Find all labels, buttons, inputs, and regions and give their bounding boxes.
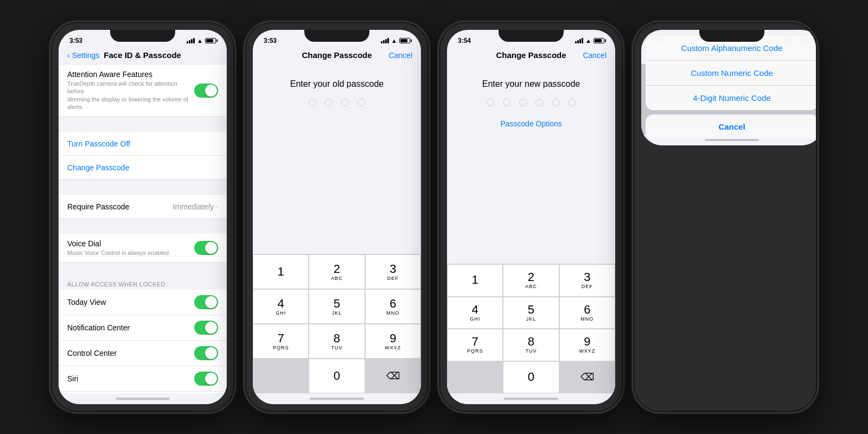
require-passcode-value: Immediately › [173, 202, 218, 211]
phones-container: 3:53 ▲ [40, 11, 828, 423]
cancel-button-2[interactable]: Cancel [388, 51, 412, 60]
keypad-screen-2: Enter your old passcode 1 2ABC 3DEF 4GHI [253, 64, 421, 393]
dot-3-4 [535, 99, 543, 106]
key-5[interactable]: 5JKL [309, 289, 365, 324]
wifi-icon-2: ▲ [391, 37, 397, 44]
dot-3-1 [487, 99, 494, 106]
phone-4: 3:54 ▲ Chan [633, 22, 818, 412]
home-indicator-1 [59, 393, 227, 404]
dot-3-5 [552, 99, 559, 106]
voice-dial-toggle[interactable] [194, 241, 218, 255]
today-view-label: Today View [67, 298, 106, 307]
settings-row-attention[interactable]: Attention Aware Features TrueDepth camer… [59, 64, 227, 117]
key-3-6[interactable]: 6MNO [559, 297, 615, 329]
battery-icon-3 [593, 38, 604, 43]
settings-row-turn-off[interactable]: Turn Passcode Off [59, 132, 227, 156]
settings-content: Attention Aware Features TrueDepth camer… [59, 64, 227, 393]
settings-row-notification[interactable]: Notification Center [59, 315, 227, 341]
back-button[interactable]: ‹ Settings [67, 51, 99, 60]
control-center-label: Control Center [67, 349, 117, 358]
dot-4 [358, 99, 365, 106]
key-3[interactable]: 3DEF [365, 254, 421, 289]
passcode-dots-2 [253, 94, 421, 115]
key-3-9[interactable]: 9WXYZ [559, 329, 615, 361]
key-1[interactable]: 1 [253, 254, 309, 289]
require-passcode-label: Require Passcode [67, 202, 129, 211]
dot-3-6 [568, 99, 576, 106]
keypad-2: 1 2ABC 3DEF 4GHI 5JKL 6MNO 7PQRS 8TUV 9W… [253, 254, 421, 393]
key-6[interactable]: 6MNO [365, 289, 421, 324]
control-center-toggle[interactable] [194, 346, 218, 360]
status-icons-2: ▲ [381, 37, 410, 44]
chevron-icon: › [216, 203, 218, 210]
keypad-screen-3: Enter your new passcode Passcode Options… [447, 64, 615, 393]
key-3-2[interactable]: 2ABC [503, 264, 559, 297]
passcode-options-3[interactable]: Passcode Options [447, 115, 615, 135]
options-cancel-button[interactable]: Cancel [646, 114, 816, 139]
status-time: 3:53 [69, 37, 82, 44]
option-custom-numeric[interactable]: Custom Numeric Code [646, 61, 816, 86]
nav-bar-3: Change Passcode Cancel [447, 49, 615, 64]
status-time-2: 3:53 [264, 37, 277, 44]
battery-icon-2 [399, 38, 410, 43]
keypad-3: 1 2ABC 3DEF 4GHI 5JKL 6MNO 7PQRS 8TUV 9W… [447, 264, 615, 393]
voice-dial-label: Voice Dial [67, 239, 170, 248]
key-8[interactable]: 8TUV [309, 324, 365, 359]
voice-dial-sublabel: Music Voice Control is always enabled. [67, 249, 170, 257]
attention-label: Attention Aware Features [67, 70, 194, 79]
settings-row-voice-dial[interactable]: Voice Dial Music Voice Control is always… [59, 234, 227, 263]
signal-icon-3 [575, 38, 583, 43]
home-indicator-3 [447, 393, 615, 404]
status-icons: ▲ [187, 37, 216, 44]
attention-toggle[interactable] [194, 84, 218, 98]
key-9[interactable]: 9WXYZ [365, 324, 421, 359]
passcode-dots-3 [447, 94, 615, 115]
option-4digit[interactable]: 4-Digit Numeric Code [646, 86, 816, 110]
key-3-0[interactable]: 0 [503, 361, 559, 394]
key-3-8[interactable]: 8TUV [503, 329, 559, 361]
turn-passcode-off-label: Turn Passcode Off [67, 139, 130, 148]
today-view-toggle[interactable] [194, 295, 218, 309]
notch-4 [699, 30, 764, 42]
battery-icon [205, 38, 216, 43]
key-3-delete[interactable]: ⌫ [559, 361, 615, 394]
key-2[interactable]: 2ABC [309, 254, 365, 289]
siri-toggle[interactable] [194, 372, 218, 386]
page-title-2: Change Passcode [302, 50, 372, 60]
dot-3-3 [519, 99, 527, 106]
siri-label: Siri [67, 374, 78, 383]
page-title-3: Change Passcode [496, 50, 566, 60]
dot-1 [309, 99, 316, 106]
key-delete[interactable]: ⌫ [365, 359, 421, 393]
settings-row-siri[interactable]: Siri [59, 366, 227, 392]
notch [110, 30, 175, 42]
key-4[interactable]: 4GHI [253, 289, 309, 324]
settings-row-control[interactable]: Control Center [59, 341, 227, 366]
key-3-1[interactable]: 1 [447, 264, 503, 297]
notch-3 [499, 30, 564, 42]
key-3-empty [447, 361, 503, 394]
notification-center-toggle[interactable] [194, 321, 218, 335]
phone-2: 3:53 ▲ Chan [245, 22, 429, 412]
dot-2 [325, 99, 333, 106]
notch-2 [304, 30, 369, 42]
options-container: Custom Alphanumeric Code Custom Numeric … [646, 36, 816, 139]
settings-row-today[interactable]: Today View [59, 290, 227, 315]
cancel-button-3[interactable]: Cancel [583, 51, 607, 60]
settings-row-change[interactable]: Change Passcode [59, 156, 227, 180]
notification-center-label: Notification Center [67, 323, 130, 332]
key-0[interactable]: 0 [309, 359, 365, 393]
options-list: Custom Alphanumeric Code Custom Numeric … [646, 36, 816, 110]
settings-row-require[interactable]: Require Passcode Immediately › [59, 195, 227, 219]
key-7[interactable]: 7PQRS [253, 324, 309, 359]
signal-icon [187, 38, 195, 43]
key-3-4[interactable]: 4GHI [447, 297, 503, 329]
home-indicator-2 [253, 393, 421, 404]
change-passcode-label: Change Passcode [67, 163, 129, 172]
key-3-3[interactable]: 3DEF [559, 264, 615, 297]
page-title-1: Face ID & Passcode [104, 50, 181, 60]
key-3-7[interactable]: 7PQRS [447, 329, 503, 361]
key-3-5[interactable]: 5JKL [503, 297, 559, 329]
phone-3: 3:54 ▲ Chan [439, 22, 623, 412]
dot-3 [341, 99, 349, 106]
